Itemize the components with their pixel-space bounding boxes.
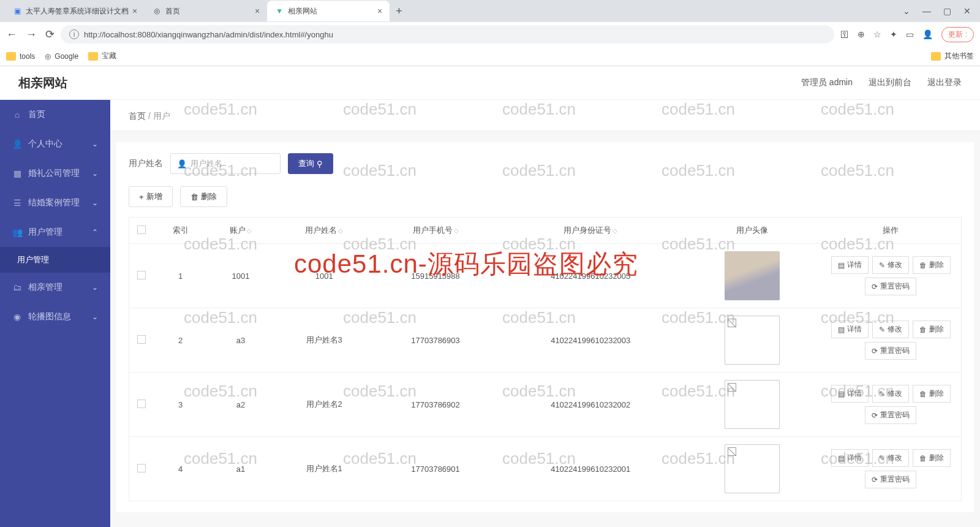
list-icon: ☰ bbox=[12, 198, 22, 208]
window-close-icon[interactable]: ✕ bbox=[963, 6, 971, 16]
browser-tab[interactable]: ◎ 首页 × bbox=[145, 1, 267, 21]
row-checkbox[interactable] bbox=[137, 400, 146, 408]
key-icon: ⟳ bbox=[872, 347, 878, 355]
bookmark-baozang[interactable]: 宝藏 bbox=[88, 51, 116, 61]
reset-password-button[interactable]: ⟳重置密码 bbox=[865, 342, 916, 360]
profile-icon[interactable]: 👤 bbox=[922, 29, 933, 39]
bookmark-tools[interactable]: tools bbox=[6, 52, 35, 61]
user-icon: 👤 bbox=[177, 159, 187, 169]
reading-list-icon[interactable]: ▭ bbox=[906, 29, 914, 39]
sidebar-item-label: 结婚案例管理 bbox=[28, 197, 80, 208]
username-input[interactable]: 👤 用户姓名 bbox=[170, 153, 281, 174]
url-bar[interactable]: i http://localhost:8080/xiangqinwangzhan… bbox=[61, 25, 834, 44]
main-content: 首页 / 用户 用户姓名 👤 用户姓名 查询 ⚲ +新增 🗑删除 bbox=[110, 100, 980, 527]
back-icon[interactable]: ← bbox=[6, 28, 17, 41]
extensions-icon[interactable]: ✦ bbox=[890, 29, 897, 39]
bookmark-google[interactable]: ◎Google bbox=[45, 52, 78, 61]
edit-button[interactable]: ✎修改 bbox=[872, 449, 909, 467]
sidebar-subitem-user[interactable]: 用户管理 bbox=[0, 247, 110, 273]
sidebar-item-label: 个人中心 bbox=[28, 138, 62, 150]
cell-account: a2 bbox=[208, 373, 274, 437]
row-delete-button[interactable]: 🗑删除 bbox=[913, 320, 951, 338]
to-front-link[interactable]: 退出到前台 bbox=[869, 77, 911, 88]
action-row: +新增 🗑删除 bbox=[129, 186, 962, 207]
row-checkbox[interactable] bbox=[137, 464, 146, 472]
update-button[interactable]: 更新 : bbox=[941, 27, 974, 42]
globe-icon: ◎ bbox=[45, 52, 51, 61]
add-button[interactable]: +新增 bbox=[129, 186, 173, 207]
user-icon: 👤 bbox=[12, 139, 22, 149]
edit-button[interactable]: ✎修改 bbox=[872, 256, 909, 274]
sidebar-item-user[interactable]: 👥用户管理⌃ bbox=[0, 218, 110, 247]
browser-tab[interactable]: ▣ 太平人寿签章系统详细设计文档 × bbox=[5, 1, 145, 21]
sidebar-item-personal[interactable]: 👤个人中心⌄ bbox=[0, 129, 110, 159]
sidebar-item-company[interactable]: ▦婚礼公司管理⌄ bbox=[0, 159, 110, 188]
select-all-checkbox[interactable] bbox=[137, 226, 146, 234]
favicon-icon: ◎ bbox=[152, 6, 162, 16]
doc-icon: ▤ bbox=[838, 325, 845, 334]
row-delete-button[interactable]: 🗑删除 bbox=[913, 385, 951, 403]
detail-button[interactable]: ▤详情 bbox=[831, 385, 869, 403]
close-icon[interactable]: × bbox=[255, 6, 260, 16]
forward-icon[interactable]: → bbox=[26, 28, 37, 41]
site-info-icon[interactable]: i bbox=[69, 29, 79, 39]
close-icon[interactable]: × bbox=[132, 6, 137, 16]
new-tab-button[interactable]: + bbox=[390, 5, 409, 18]
table-row: 2a3用户姓名317703786903410224199610232003▤详情… bbox=[129, 308, 962, 373]
input-placeholder: 用户姓名 bbox=[190, 158, 222, 169]
content-panel: 用户姓名 👤 用户姓名 查询 ⚲ +新增 🗑删除 索引 账户◇ 用户姓名◇ bbox=[116, 142, 974, 512]
broken-image-icon bbox=[728, 447, 736, 456]
search-button[interactable]: 查询 ⚲ bbox=[288, 153, 333, 174]
cell-account: a3 bbox=[208, 308, 274, 373]
detail-button[interactable]: ▤详情 bbox=[831, 256, 869, 274]
sort-icon[interactable]: ◇ bbox=[247, 227, 252, 234]
avatar-broken bbox=[725, 380, 780, 429]
sort-icon[interactable]: ◇ bbox=[612, 227, 617, 234]
sidebar-item-home[interactable]: ⌂首页 bbox=[0, 100, 110, 129]
detail-button[interactable]: ▤详情 bbox=[831, 449, 869, 467]
cell-phone: 17703786903 bbox=[374, 308, 497, 373]
cell-idno: 410224199610232003 bbox=[497, 308, 684, 373]
dropdown-icon[interactable]: ⌄ bbox=[903, 6, 910, 16]
translate-icon[interactable]: ⊕ bbox=[858, 29, 865, 39]
delete-button[interactable]: 🗑删除 bbox=[180, 186, 227, 207]
cell-name: 用户姓名2 bbox=[274, 373, 374, 437]
logout-link[interactable]: 退出登录 bbox=[927, 77, 962, 88]
reset-password-button[interactable]: ⟳重置密码 bbox=[865, 278, 916, 295]
cell-index: 1 bbox=[154, 244, 208, 308]
table-row: 4a1用户姓名117703786901410224199610232001▤详情… bbox=[129, 437, 962, 501]
other-bookmarks[interactable]: 其他书签 bbox=[931, 51, 974, 61]
row-delete-button[interactable]: 🗑删除 bbox=[913, 256, 951, 274]
row-delete-button[interactable]: 🗑删除 bbox=[913, 449, 951, 467]
cell-index: 2 bbox=[154, 308, 208, 373]
maximize-icon[interactable]: ▢ bbox=[943, 6, 951, 16]
address-bar-row: ← → ⟳ i http://localhost:8080/xiangqinwa… bbox=[0, 22, 980, 47]
admin-label[interactable]: 管理员 admin bbox=[801, 77, 853, 88]
sidebar-item-label: 首页 bbox=[28, 109, 45, 120]
row-checkbox[interactable] bbox=[137, 271, 146, 279]
sidebar-item-carousel[interactable]: ◉轮播图信息⌄ bbox=[0, 302, 110, 332]
reset-password-button[interactable]: ⟳重置密码 bbox=[865, 406, 916, 424]
edit-button[interactable]: ✎修改 bbox=[872, 385, 909, 403]
cell-idno: 410224199610232005 bbox=[497, 244, 684, 308]
minimize-icon[interactable]: — bbox=[922, 6, 931, 16]
reset-password-button[interactable]: ⟳重置密码 bbox=[865, 471, 916, 488]
star-icon[interactable]: ☆ bbox=[873, 29, 881, 39]
chevron-up-icon: ⌃ bbox=[92, 228, 98, 237]
browser-tab-active[interactable]: ▼ 相亲网站 × bbox=[267, 1, 390, 21]
sort-icon[interactable]: ◇ bbox=[454, 227, 459, 234]
detail-button[interactable]: ▤详情 bbox=[831, 320, 869, 338]
sidebar-item-case[interactable]: ☰结婚案例管理⌄ bbox=[0, 188, 110, 218]
row-checkbox[interactable] bbox=[137, 335, 146, 344]
password-icon[interactable]: ⚿ bbox=[840, 29, 849, 39]
crumb-home[interactable]: 首页 bbox=[129, 111, 146, 121]
sort-icon[interactable]: ◇ bbox=[338, 227, 343, 234]
col-ops: 操作 bbox=[821, 218, 962, 244]
edit-button[interactable]: ✎修改 bbox=[872, 320, 909, 338]
cell-phone: 17703786901 bbox=[374, 437, 497, 501]
close-icon[interactable]: × bbox=[377, 6, 382, 16]
reload-icon[interactable]: ⟳ bbox=[45, 28, 55, 41]
sidebar-item-xiangqin[interactable]: 🗂相亲管理⌄ bbox=[0, 273, 110, 302]
col-index: 索引 bbox=[154, 218, 208, 244]
app-header: 相亲网站 管理员 admin 退出到前台 退出登录 bbox=[0, 66, 980, 100]
